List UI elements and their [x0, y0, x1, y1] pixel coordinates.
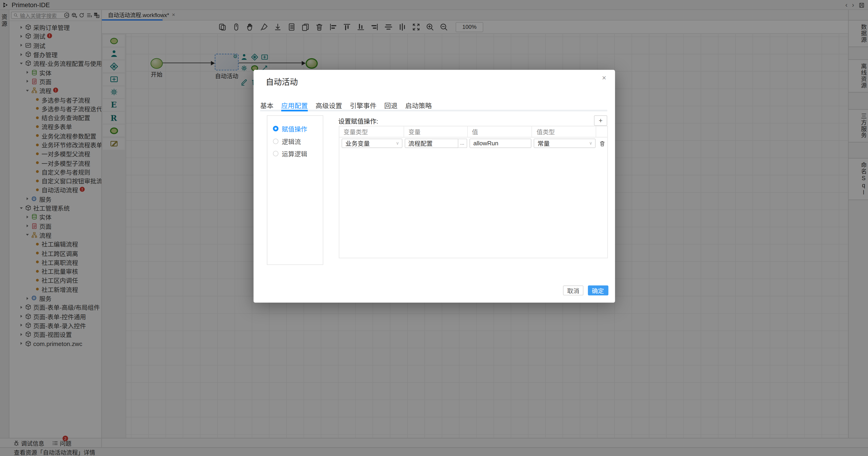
- radio-label: 逻辑流: [282, 137, 301, 146]
- table-row: 业务变量 ∨ 流程配置 ... allowRun 常量 ∨: [339, 137, 607, 149]
- modal-close-icon[interactable]: ×: [602, 74, 606, 81]
- ok-button[interactable]: 确定: [588, 286, 608, 295]
- variable-value: 流程配置: [408, 139, 433, 147]
- modal-tabs: 基本应用配置高级设置引擎事件回退启动策略: [260, 100, 432, 110]
- column-header-actions: [596, 126, 607, 137]
- radio-icon[interactable]: [273, 151, 279, 156]
- modal-tab[interactable]: 应用配置: [281, 100, 308, 110]
- radio-赋值操作[interactable]: 赋值操作: [268, 122, 323, 135]
- radio-icon[interactable]: [273, 138, 279, 144]
- modal-tab[interactable]: 基本: [260, 100, 273, 110]
- column-header: 值类型: [532, 126, 596, 137]
- section-label: 设置赋值操作:: [338, 116, 378, 125]
- variable-input[interactable]: 流程配置: [404, 138, 458, 148]
- column-header: 值: [467, 126, 532, 137]
- chevron-down-icon: ∨: [589, 141, 592, 146]
- var-type-value: 业务变量: [345, 139, 370, 147]
- add-row-button[interactable]: +: [594, 115, 608, 126]
- modal-tab[interactable]: 回退: [384, 100, 398, 110]
- modal-tab[interactable]: 引擎事件: [350, 100, 376, 110]
- radio-逻辑流[interactable]: 逻辑流: [268, 135, 323, 147]
- radio-icon[interactable]: [273, 126, 279, 132]
- assignment-table: 变量类型变量值值类型 业务变量 ∨ 流程配置 ... allowRun 常量 ∨: [338, 126, 608, 258]
- modal-tab[interactable]: 高级设置: [316, 100, 342, 110]
- modal-footer: 取消 确定: [254, 286, 615, 295]
- chevron-down-icon: ∨: [396, 141, 399, 146]
- value-type-select[interactable]: 常量 ∨: [534, 138, 596, 148]
- radio-label: 运算逻辑: [282, 149, 307, 158]
- value-input[interactable]: allowRun: [469, 138, 531, 148]
- modal-auto-activity: 自动活动 × 基本应用配置高级设置引擎事件回退启动策略 赋值操作逻辑流运算逻辑 …: [254, 70, 615, 303]
- var-type-select[interactable]: 业务变量 ∨: [342, 138, 402, 148]
- operation-type-panel: 赋值操作逻辑流运算逻辑: [267, 115, 323, 265]
- radio-运算逻辑[interactable]: 运算逻辑: [268, 147, 323, 160]
- delete-row-icon[interactable]: [599, 140, 606, 147]
- modal-tab[interactable]: 启动策略: [405, 100, 432, 110]
- column-header: 变量: [404, 126, 468, 137]
- value-type-value: 常量: [537, 139, 550, 147]
- variable-picker-button[interactable]: ...: [458, 138, 467, 148]
- tabs-track: [260, 110, 607, 111]
- column-header: 变量类型: [339, 126, 404, 137]
- radio-label: 赋值操作: [282, 124, 307, 133]
- modal-title: 自动活动: [266, 76, 298, 87]
- value-text: allowRun: [473, 140, 498, 146]
- tabs-ink-bar: [281, 110, 308, 111]
- cancel-button[interactable]: 取消: [563, 286, 584, 295]
